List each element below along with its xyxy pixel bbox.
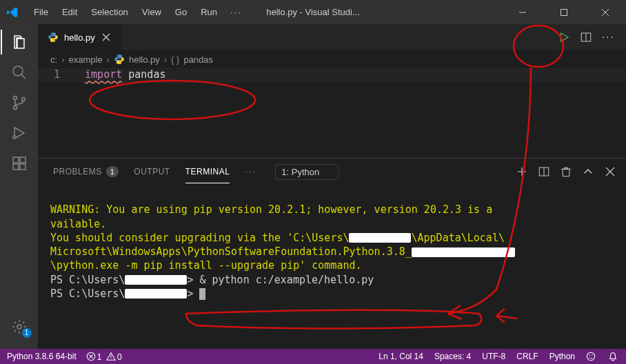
svg-point-10 bbox=[17, 325, 21, 329]
kill-terminal-icon[interactable] bbox=[560, 165, 572, 178]
settings-badge: 1 bbox=[22, 328, 32, 338]
svg-point-4 bbox=[21, 98, 25, 101]
status-bar: Python 3.8.6 64-bit 1 0 Ln 1, Col 14 Spa… bbox=[0, 349, 626, 364]
svg-point-14 bbox=[587, 352, 594, 360]
identifier-pandas: pandas bbox=[122, 68, 165, 81]
terminal-content[interactable]: WARNING: You are using pip version 20.2.… bbox=[38, 185, 626, 349]
run-debug-icon[interactable] bbox=[11, 125, 28, 141]
run-file-icon[interactable] bbox=[558, 31, 570, 43]
svg-point-2 bbox=[13, 97, 17, 100]
new-terminal-icon[interactable] bbox=[516, 165, 528, 178]
menu-run[interactable]: Run bbox=[194, 3, 223, 21]
status-eol[interactable]: CRLF bbox=[516, 352, 538, 361]
svg-point-5 bbox=[13, 136, 16, 139]
chevron-right-icon: › bbox=[164, 54, 167, 65]
menu-bar: File Edit Selection View Go Run ··· bbox=[28, 3, 248, 21]
menu-file[interactable]: File bbox=[28, 3, 54, 21]
extensions-icon[interactable] bbox=[11, 155, 28, 172]
svg-point-1 bbox=[13, 66, 23, 76]
explorer-icon[interactable] bbox=[11, 34, 28, 50]
panel-overflow-icon[interactable]: ··· bbox=[239, 161, 261, 182]
breadcrumb-part[interactable]: c: bbox=[50, 54, 57, 65]
breadcrumb-part[interactable]: hello.py bbox=[129, 54, 160, 65]
panel-actions bbox=[516, 165, 616, 178]
editor-area: hello.py ··· c: › example › hello.py › {… bbox=[38, 24, 626, 349]
vscode-logo-icon bbox=[7, 7, 18, 18]
svg-point-3 bbox=[13, 106, 17, 110]
code-line: 1 import pandas bbox=[38, 68, 626, 83]
breadcrumb-part[interactable]: pandas bbox=[183, 54, 213, 65]
terminal-line: WARNING: You are using pip version 20.2.… bbox=[50, 203, 492, 216]
breadcrumb[interactable]: c: › example › hello.py › { } pandas bbox=[38, 50, 626, 68]
svg-rect-6 bbox=[13, 157, 19, 163]
status-python-version[interactable]: Python 3.8.6 64-bit bbox=[7, 352, 77, 361]
tab-actions: ··· bbox=[558, 24, 626, 50]
text-editor[interactable]: 1 import pandas bbox=[38, 68, 626, 158]
minimize-button[interactable] bbox=[502, 0, 543, 24]
terminal-prompt-line: PS C:\Users\> bbox=[50, 287, 205, 300]
search-icon[interactable] bbox=[11, 64, 28, 81]
tab-label: hello.py bbox=[64, 32, 95, 43]
python-file-icon bbox=[114, 54, 125, 65]
chevron-right-icon: › bbox=[61, 54, 64, 65]
python-file-icon bbox=[48, 32, 59, 43]
panel-tab-bar: PROBLEMS1 OUTPUT TERMINAL ··· 1: Python▾ bbox=[38, 159, 626, 185]
split-terminal-icon[interactable] bbox=[538, 165, 550, 178]
svg-rect-9 bbox=[20, 157, 26, 163]
tab-close-icon[interactable] bbox=[101, 32, 112, 43]
status-right: Ln 1, Col 14 Spaces: 4 UTF-8 CRLF Python bbox=[378, 352, 619, 361]
feedback-icon[interactable] bbox=[586, 352, 596, 361]
status-encoding[interactable]: UTF-8 bbox=[482, 352, 505, 361]
status-cursor-pos[interactable]: Ln 1, Col 14 bbox=[378, 352, 423, 361]
terminal-cursor bbox=[199, 288, 205, 300]
terminal-line: Microsoft\WindowsApps\PythonSoftwareFoun… bbox=[50, 245, 515, 258]
window-controls bbox=[502, 0, 626, 24]
warning-icon bbox=[106, 352, 116, 361]
activity-bar: 1 bbox=[0, 24, 38, 349]
terminal-select[interactable]: 1: Python bbox=[275, 164, 339, 180]
svg-rect-8 bbox=[20, 164, 26, 170]
status-language[interactable]: Python bbox=[549, 352, 575, 361]
menu-overflow-icon[interactable]: ··· bbox=[225, 3, 248, 21]
settings-gear-icon[interactable]: 1 bbox=[11, 318, 28, 335]
keyword-import: import bbox=[85, 68, 122, 81]
panel-tab-output[interactable]: OUTPUT bbox=[128, 161, 175, 182]
source-control-icon[interactable] bbox=[11, 94, 28, 111]
symbol-namespace-icon: { } bbox=[171, 54, 179, 65]
svg-rect-0 bbox=[561, 9, 567, 15]
terminal-line: You should consider upgrading via the 'C… bbox=[50, 232, 505, 244]
tab-hello-py[interactable]: hello.py bbox=[38, 24, 122, 50]
terminal-prompt-line: PS C:\Users\> & python c:/example/hello.… bbox=[50, 274, 374, 286]
status-indent[interactable]: Spaces: 4 bbox=[434, 352, 471, 361]
window-title: hello.py - Visual Studi... bbox=[266, 7, 360, 17]
breadcrumb-part[interactable]: example bbox=[68, 54, 102, 65]
maximize-button[interactable] bbox=[543, 0, 585, 24]
maximize-panel-icon[interactable] bbox=[582, 165, 594, 178]
close-button[interactable] bbox=[585, 0, 626, 24]
menu-edit[interactable]: Edit bbox=[56, 3, 83, 21]
code-content[interactable]: import pandas bbox=[72, 68, 165, 83]
line-number: 1 bbox=[38, 68, 72, 83]
panel-tab-terminal[interactable]: TERMINAL bbox=[180, 161, 236, 182]
svg-rect-7 bbox=[13, 164, 19, 170]
editor-tabs: hello.py ··· bbox=[38, 24, 626, 50]
status-problems[interactable]: 1 0 bbox=[86, 352, 122, 362]
svg-point-15 bbox=[589, 355, 590, 356]
menu-view[interactable]: View bbox=[136, 3, 168, 21]
terminal-line: \python.exe -m pip install --upgrade pip… bbox=[50, 259, 362, 272]
titlebar: File Edit Selection View Go Run ··· hell… bbox=[0, 0, 626, 24]
split-editor-icon[interactable] bbox=[580, 31, 592, 43]
tab-overflow-icon[interactable]: ··· bbox=[602, 31, 615, 43]
bell-icon[interactable] bbox=[608, 352, 618, 361]
panel-tab-problems[interactable]: PROBLEMS1 bbox=[48, 161, 124, 183]
svg-point-16 bbox=[592, 355, 592, 356]
chevron-right-icon: › bbox=[107, 54, 110, 65]
menu-selection[interactable]: Selection bbox=[85, 3, 134, 21]
menu-go[interactable]: Go bbox=[169, 3, 193, 21]
close-panel-icon[interactable] bbox=[604, 165, 616, 178]
bottom-panel: PROBLEMS1 OUTPUT TERMINAL ··· 1: Python▾… bbox=[38, 158, 626, 349]
problems-badge: 1 bbox=[106, 166, 119, 177]
terminal-line: vailable. bbox=[50, 218, 106, 230]
error-icon bbox=[86, 352, 96, 361]
